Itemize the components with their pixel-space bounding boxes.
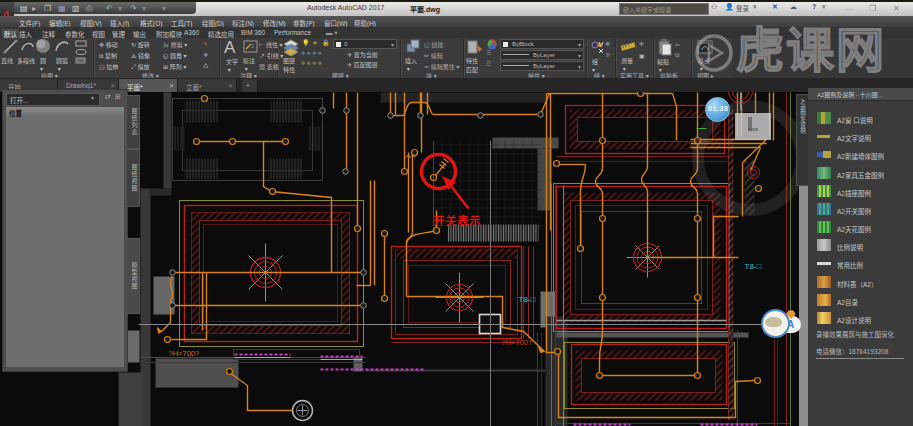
svg-text:?H=700?: ?H=700? <box>169 349 200 358</box>
svg-text:T8-□: T8-□ <box>745 262 762 271</box>
svg-text:2: 2 <box>251 43 255 49</box>
svg-text:?H=700?: ?H=700? <box>502 338 533 347</box>
svg-text:开关表示: 开关表示 <box>434 214 482 227</box>
svg-text:T8-□: T8-□ <box>519 295 536 304</box>
